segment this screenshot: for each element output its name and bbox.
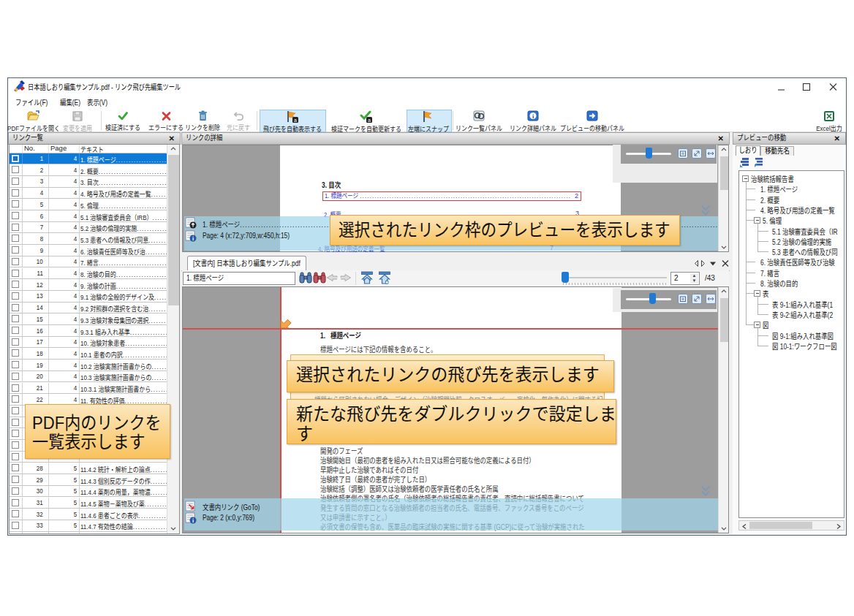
svg-text:i: i (192, 235, 194, 242)
svg-text:a: a (294, 118, 297, 123)
svg-text:i: i (192, 517, 194, 524)
